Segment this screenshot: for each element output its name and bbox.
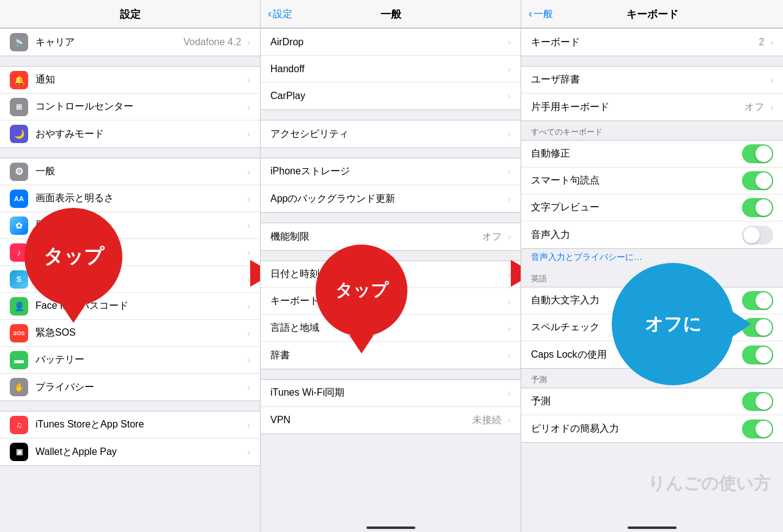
list-item-display[interactable]: AA 画面表示と明るさ ›	[0, 185, 260, 212]
list-item-handoff[interactable]: Handoff ›	[261, 56, 521, 83]
list-item-itunes-wifi[interactable]: iTunes Wi-Fi同期 ›	[261, 380, 521, 407]
list-item-spell-check[interactable]: スペルチェック	[521, 314, 783, 341]
list-item-app-refresh[interactable]: Appのバックグラウンド更新 ›	[261, 185, 521, 212]
middle-section-6: iTunes Wi-Fi同期 › VPN 未接続 ›	[261, 379, 521, 434]
list-item-keyboards[interactable]: キーボード 2 ›	[521, 29, 783, 56]
middle-back-button[interactable]: ‹ 設定	[268, 7, 292, 20]
middle-panel: ‹ 設定 一般 AirDrop › Handoff › CarPlay › アク…	[261, 0, 521, 532]
sos-icon: SOS	[10, 324, 28, 342]
chevron-icon: ›	[508, 64, 511, 74]
list-item-siri[interactable]: S Siriと検索 ›	[0, 266, 260, 293]
list-item-itunes[interactable]: ♫ iTunes StoreとApp Store ›	[0, 412, 260, 438]
list-item[interactable]: 📡 キャリア Vodafone 4.2 ›	[0, 29, 260, 56]
list-item-user-dict[interactable]: ユーザ辞書 ›	[521, 67, 783, 94]
right-back-button[interactable]: ‹ 一般	[529, 7, 553, 20]
toggle-auto-correct[interactable]	[742, 144, 773, 163]
list-item-wallpaper[interactable]: ✿ 壁紙 ›	[0, 212, 260, 239]
list-item-vpn[interactable]: VPN 未接続 ›	[261, 407, 521, 434]
chevron-icon: ›	[247, 75, 250, 85]
section-english-label: 英語	[521, 268, 783, 287]
list-item-auto-correct[interactable]: 自動修正	[521, 141, 783, 168]
right-section-keyboards: キーボード 2 ›	[521, 28, 783, 56]
list-item-notifications[interactable]: 🔔 通知 ›	[0, 67, 260, 94]
display-icon: AA	[10, 190, 28, 208]
toggle-char-preview[interactable]	[742, 198, 773, 217]
middle-section-4: 機能制限 オフ ›	[261, 223, 521, 251]
chevron-icon: ›	[247, 447, 250, 457]
list-item-auto-cap[interactable]: 自動大文字入力	[521, 287, 783, 314]
list-item-airdrop[interactable]: AirDrop ›	[261, 29, 521, 56]
list-item-one-hand[interactable]: 片手用キーボード オフ ›	[521, 94, 783, 120]
right-section-dict: ユーザ辞書 › 片手用キーボード オフ ›	[521, 66, 783, 121]
list-item-dictionary[interactable]: 辞書 ›	[261, 342, 521, 369]
notifications-icon: 🔔	[10, 71, 28, 89]
list-item-datetime[interactable]: 日付と時刻 ›	[261, 261, 521, 288]
chevron-icon: ›	[247, 129, 250, 139]
list-item-sos[interactable]: SOS 緊急SOS ›	[0, 320, 260, 347]
chevron-icon: ›	[508, 415, 511, 425]
general-icon: ⚙	[10, 163, 28, 181]
list-item-accessibility[interactable]: アクセシビリティ ›	[261, 120, 521, 147]
toggle-voice-input[interactable]	[742, 226, 773, 245]
right-section-prediction: 予測 ピリオドの簡易入力	[521, 388, 783, 443]
toggle-caps-lock[interactable]	[742, 345, 773, 364]
list-item-iphone-storage[interactable]: iPhoneストレージ ›	[261, 158, 521, 185]
list-item-privacy[interactable]: ✋ プライバシー ›	[0, 374, 260, 401]
toggle-period-shortcut[interactable]	[742, 419, 773, 438]
list-item-char-preview[interactable]: 文字プレビュー	[521, 194, 783, 221]
voice-link-container: 音声入力とプライバシーに…	[521, 249, 783, 268]
right-panel-scroll: キーボード 2 › ユーザ辞書 › 片手用キーボード オフ › すべてのキーボー…	[521, 28, 783, 532]
middle-section-5: 日付と時刻 › キーボード › 言語と地域 › 辞書 ›	[261, 260, 521, 369]
list-item-predictive[interactable]: 予測	[521, 388, 783, 415]
chevron-icon: ›	[770, 37, 773, 47]
carrier-icon: 📡	[10, 33, 28, 51]
list-item-carplay[interactable]: CarPlay ›	[261, 83, 521, 109]
control-center-icon: ⊞	[10, 98, 28, 116]
list-item-keyboard[interactable]: キーボード ›	[261, 288, 521, 315]
list-item-control-center[interactable]: ⊞ コントロールセンター ›	[0, 94, 260, 120]
middle-panel-title: 一般	[380, 9, 401, 20]
left-panel-scroll: 📡 キャリア Vodafone 4.2 › 🔔 通知 › ⊞ コントロールセンタ…	[0, 28, 260, 532]
chevron-icon: ›	[770, 75, 773, 85]
list-item-dnd[interactable]: 🌙 おやすみモード ›	[0, 120, 260, 147]
list-item-wallet[interactable]: ▣ WalletとApple Pay ›	[0, 438, 260, 465]
chevron-icon: ›	[508, 194, 511, 204]
chevron-icon: ›	[247, 301, 250, 311]
left-panel-header: 設定	[0, 0, 260, 28]
list-item-caps-lock[interactable]: Caps Lockの使用	[521, 341, 783, 368]
chevron-icon: ›	[247, 420, 250, 430]
chevron-icon: ›	[508, 37, 511, 47]
chevron-right-icon: ›	[247, 37, 250, 47]
list-item-restrictions[interactable]: 機能制限 オフ ›	[261, 223, 521, 250]
list-item-faceid[interactable]: 👤 Face IDとパスコード ›	[0, 293, 260, 320]
list-item-battery[interactable]: ▬ バッテリー ›	[0, 347, 260, 374]
toggle-spell-check[interactable]	[742, 318, 773, 337]
right-section-english: 自動大文字入力 スペルチェック Caps Lockの使用	[521, 287, 783, 369]
toggle-predictive[interactable]	[742, 392, 773, 411]
middle-panel-header: ‹ 設定 一般	[261, 0, 521, 28]
chevron-icon: ›	[247, 328, 250, 338]
chevron-icon: ›	[247, 248, 250, 257]
right-back-label: 一般	[533, 7, 553, 20]
list-item-language[interactable]: 言語と地域 ›	[261, 315, 521, 342]
left-panel: 設定 📡 キャリア Vodafone 4.2 › 🔔 通知 ›	[0, 0, 261, 532]
chevron-icon: ›	[247, 102, 250, 112]
chevron-icon: ›	[508, 232, 511, 242]
list-item-voice-input[interactable]: 音声入力	[521, 221, 783, 248]
toggle-auto-cap[interactable]	[742, 291, 773, 310]
chevron-icon: ›	[247, 194, 250, 204]
chevron-icon: ›	[508, 270, 511, 279]
section-all-label: すべてのキーボード	[521, 121, 783, 140]
scroll-indicator-right	[628, 526, 677, 529]
left-top-section: 📡 キャリア Vodafone 4.2 ›	[0, 28, 260, 56]
list-item-sounds[interactable]: ♪ サウンド ›	[0, 239, 260, 266]
chevron-icon: ›	[508, 323, 511, 333]
toggle-smart-punct[interactable]	[742, 171, 773, 190]
list-item-smart-punct[interactable]: スマート句読点	[521, 168, 783, 194]
siri-icon: S	[10, 270, 28, 289]
middle-back-label: 設定	[273, 7, 292, 20]
middle-panel-scroll: AirDrop › Handoff › CarPlay › アクセシビリティ ›…	[261, 28, 521, 532]
list-item-period-shortcut[interactable]: ピリオドの簡易入力	[521, 415, 783, 442]
list-item-general[interactable]: ⚙ 一般 ›	[0, 158, 260, 185]
chevron-icon: ›	[508, 91, 511, 101]
